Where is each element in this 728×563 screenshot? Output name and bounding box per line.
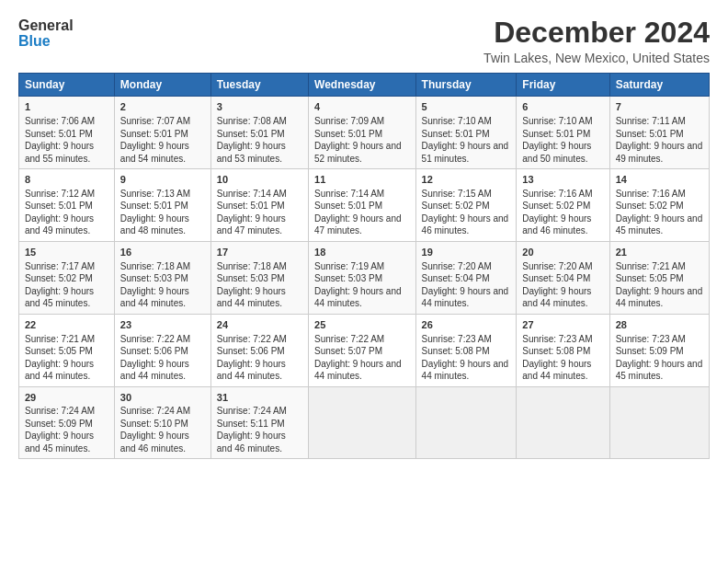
sunset-label: Sunset: 5:08 PM	[522, 346, 590, 356]
day-number: 20	[522, 246, 603, 259]
sunrise-label: Sunrise: 7:23 AM	[616, 334, 686, 344]
sunset-label: Sunset: 5:04 PM	[522, 273, 590, 283]
sunset-label: Sunset: 5:02 PM	[522, 201, 590, 211]
day-number: 16	[120, 246, 205, 259]
day-number: 12	[422, 173, 511, 187]
day-number: 15	[25, 246, 108, 259]
day-number: 25	[314, 318, 410, 332]
sunrise-label: Sunrise: 7:15 AM	[422, 189, 492, 199]
sunrise-label: Sunrise: 7:21 AM	[616, 261, 686, 271]
daylight-label: Daylight: 9 hours and 44 minutes.	[217, 359, 286, 382]
calendar-cell: 22Sunrise: 7:21 AMSunset: 5:05 PMDayligh…	[19, 314, 115, 386]
day-number: 13	[522, 173, 603, 187]
main-title: December 2024	[483, 17, 710, 49]
sunrise-label: Sunrise: 7:06 AM	[25, 116, 95, 126]
daylight-label: Daylight: 9 hours and 45 minutes.	[25, 286, 94, 309]
day-number: 7	[616, 100, 703, 114]
daylight-label: Daylight: 9 hours and 44 minutes.	[25, 359, 94, 382]
week-row-5: 29Sunrise: 7:24 AMSunset: 5:09 PMDayligh…	[19, 386, 710, 459]
sunset-label: Sunset: 5:10 PM	[120, 419, 188, 429]
sunset-label: Sunset: 5:02 PM	[422, 201, 490, 211]
col-sunday: Sunday	[19, 74, 115, 97]
sunrise-label: Sunrise: 7:09 AM	[314, 116, 384, 126]
calendar-cell: 28Sunrise: 7:23 AMSunset: 5:09 PMDayligh…	[609, 314, 709, 386]
day-number: 24	[217, 318, 302, 332]
calendar-cell: 29Sunrise: 7:24 AMSunset: 5:09 PMDayligh…	[19, 386, 115, 459]
daylight-label: Daylight: 9 hours and 47 minutes.	[217, 213, 286, 236]
week-row-2: 8Sunrise: 7:12 AMSunset: 5:01 PMDaylight…	[19, 169, 710, 242]
day-number: 5	[422, 100, 511, 114]
day-number: 3	[217, 100, 302, 114]
daylight-label: Daylight: 9 hours and 45 minutes.	[616, 213, 703, 236]
calendar-cell: 3Sunrise: 7:08 AMSunset: 5:01 PMDaylight…	[210, 97, 308, 169]
sunset-label: Sunset: 5:11 PM	[217, 419, 285, 429]
calendar-cell: 24Sunrise: 7:22 AMSunset: 5:06 PMDayligh…	[210, 314, 308, 386]
calendar-table: Sunday Monday Tuesday Wednesday Thursday…	[18, 73, 710, 459]
sunrise-label: Sunrise: 7:22 AM	[120, 334, 190, 344]
sunset-label: Sunset: 5:05 PM	[616, 273, 684, 283]
calendar-cell: 4Sunrise: 7:09 AMSunset: 5:01 PMDaylight…	[309, 97, 416, 169]
sunrise-label: Sunrise: 7:07 AM	[120, 116, 190, 126]
col-monday: Monday	[114, 74, 210, 97]
daylight-label: Daylight: 9 hours and 45 minutes.	[25, 431, 94, 454]
col-tuesday: Tuesday	[210, 74, 308, 97]
day-number: 4	[314, 100, 410, 114]
sunrise-label: Sunrise: 7:10 AM	[522, 116, 592, 126]
daylight-label: Daylight: 9 hours and 44 minutes.	[217, 286, 286, 309]
sunrise-label: Sunrise: 7:23 AM	[422, 334, 492, 344]
calendar-cell: 2Sunrise: 7:07 AMSunset: 5:01 PMDaylight…	[114, 97, 210, 169]
daylight-label: Daylight: 9 hours and 46 minutes.	[422, 213, 509, 236]
calendar-cell: 31Sunrise: 7:24 AMSunset: 5:11 PMDayligh…	[210, 386, 308, 459]
sunset-label: Sunset: 5:09 PM	[616, 346, 684, 356]
sunset-label: Sunset: 5:01 PM	[314, 129, 382, 139]
logo: General Blue	[18, 17, 74, 50]
day-number: 9	[120, 173, 205, 187]
calendar-cell	[609, 386, 709, 459]
sunrise-label: Sunrise: 7:22 AM	[314, 334, 384, 344]
daylight-label: Daylight: 9 hours and 51 minutes.	[422, 141, 509, 164]
day-number: 11	[314, 173, 410, 187]
col-thursday: Thursday	[415, 74, 517, 97]
daylight-label: Daylight: 9 hours and 47 minutes.	[314, 213, 402, 236]
calendar-cell	[415, 386, 517, 459]
calendar-cell: 11Sunrise: 7:14 AMSunset: 5:01 PMDayligh…	[309, 169, 416, 242]
day-number: 14	[616, 173, 703, 187]
sunrise-label: Sunrise: 7:23 AM	[522, 334, 592, 344]
sunrise-label: Sunrise: 7:18 AM	[120, 261, 190, 271]
sunrise-label: Sunrise: 7:20 AM	[422, 261, 492, 271]
daylight-label: Daylight: 9 hours and 44 minutes.	[314, 286, 402, 309]
calendar-cell: 16Sunrise: 7:18 AMSunset: 5:03 PMDayligh…	[114, 241, 210, 314]
calendar-cell: 9Sunrise: 7:13 AMSunset: 5:01 PMDaylight…	[114, 169, 210, 242]
sunset-label: Sunset: 5:01 PM	[25, 201, 93, 211]
sunrise-label: Sunrise: 7:19 AM	[314, 261, 384, 271]
sunrise-label: Sunrise: 7:10 AM	[422, 116, 492, 126]
calendar-cell: 30Sunrise: 7:24 AMSunset: 5:10 PMDayligh…	[114, 386, 210, 459]
sunset-label: Sunset: 5:03 PM	[120, 273, 188, 283]
col-wednesday: Wednesday	[309, 74, 416, 97]
sunset-label: Sunset: 5:04 PM	[422, 273, 490, 283]
day-number: 17	[217, 246, 302, 259]
daylight-label: Daylight: 9 hours and 44 minutes.	[120, 359, 189, 382]
sunset-label: Sunset: 5:01 PM	[120, 129, 188, 139]
calendar-cell: 19Sunrise: 7:20 AMSunset: 5:04 PMDayligh…	[415, 241, 517, 314]
daylight-label: Daylight: 9 hours and 46 minutes.	[522, 213, 591, 236]
sunset-label: Sunset: 5:01 PM	[522, 129, 590, 139]
daylight-label: Daylight: 9 hours and 49 minutes.	[616, 141, 703, 164]
sunset-label: Sunset: 5:01 PM	[217, 201, 285, 211]
day-number: 28	[616, 318, 703, 332]
sunrise-label: Sunrise: 7:13 AM	[120, 189, 190, 199]
sunrise-label: Sunrise: 7:16 AM	[522, 189, 592, 199]
calendar-cell: 14Sunrise: 7:16 AMSunset: 5:02 PMDayligh…	[609, 169, 709, 242]
sunrise-label: Sunrise: 7:17 AM	[25, 261, 95, 271]
sunset-label: Sunset: 5:08 PM	[422, 346, 490, 356]
daylight-label: Daylight: 9 hours and 54 minutes.	[120, 141, 189, 164]
calendar-cell: 26Sunrise: 7:23 AMSunset: 5:08 PMDayligh…	[415, 314, 517, 386]
sunrise-label: Sunrise: 7:08 AM	[217, 116, 287, 126]
daylight-label: Daylight: 9 hours and 45 minutes.	[616, 359, 703, 382]
sunrise-label: Sunrise: 7:16 AM	[616, 189, 686, 199]
sunrise-label: Sunrise: 7:11 AM	[616, 116, 686, 126]
calendar-cell: 13Sunrise: 7:16 AMSunset: 5:02 PMDayligh…	[517, 169, 609, 242]
sunset-label: Sunset: 5:03 PM	[217, 273, 285, 283]
day-number: 6	[522, 100, 603, 114]
day-number: 31	[217, 391, 302, 405]
